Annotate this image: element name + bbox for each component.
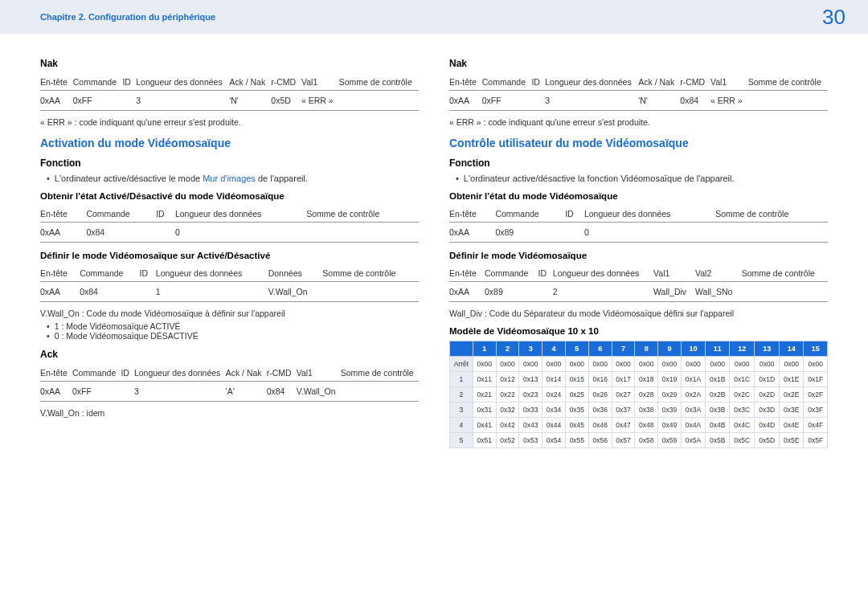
right-column: Nak En-tête Commande ID Longueur des don… bbox=[449, 50, 828, 448]
vwall-note-left: V.Wall_On : Code du mode Vidéomosaïque à… bbox=[40, 309, 419, 318]
left-column: Nak En-tête Commande ID Longueur des don… bbox=[40, 50, 419, 448]
section-activation: Activation du mode Vidéomosaïque bbox=[40, 137, 419, 149]
ack-table-left: En-tête Commande ID Longueur des données… bbox=[40, 365, 419, 402]
section-controle: Contrôle utilisateur du mode Vidéomosaïq… bbox=[449, 137, 828, 149]
mode-0: 0 : Mode Vidéomosaïque DÉSACTIVÉ bbox=[47, 331, 419, 341]
nak-table-right: En-tête Commande ID Longueur des données… bbox=[449, 74, 828, 111]
err-note-left: « ERR » : code indiquant qu'une erreur s… bbox=[40, 117, 419, 127]
obtenir-table-left: En-tête Commande ID Longueur des données… bbox=[40, 206, 419, 243]
page-header: Chapitre 2. Configuration du périphériqu… bbox=[0, 0, 868, 34]
obtenir-title-right: Obtenir l'état du mode Vidéomosaïque bbox=[449, 191, 828, 201]
definir-title-right: Définir le mode Vidéomosaïque bbox=[449, 251, 828, 260]
nak-title-left: Nak bbox=[40, 58, 419, 69]
obtenir-title-left: Obtenir l'état Activé/Désactivé du mode … bbox=[40, 191, 419, 201]
fonction-text-left: L'ordinateur active/désactive le mode Mu… bbox=[47, 174, 419, 183]
fonction-label-right: Fonction bbox=[449, 157, 828, 169]
model-title: Modèle de Vidéomosaïque 10 x 10 bbox=[449, 326, 828, 336]
definir-table-left: En-tête Commande ID Longueur des données… bbox=[40, 265, 419, 302]
mur-dimages-link[interactable]: Mur d'images bbox=[203, 174, 256, 183]
definir-table-right: En-tête Commande ID Longueur des données… bbox=[449, 265, 828, 302]
breadcrumb[interactable]: Chapitre 2. Configuration du périphériqu… bbox=[40, 12, 215, 22]
fonction-label-left: Fonction bbox=[40, 157, 419, 169]
matrix-table: 123456789101112131415 Arrêt0x000x000x000… bbox=[449, 341, 828, 448]
nak-title-right: Nak bbox=[449, 58, 828, 69]
walldiv-note: Wall_Div : Code du Séparateur du mode Vi… bbox=[449, 309, 828, 318]
vwall-idem: V.Wall_On : idem bbox=[40, 408, 419, 418]
obtenir-table-right: En-tête Commande ID Longueur des données… bbox=[449, 206, 828, 243]
mode-1: 1 : Mode Vidéomosaïque ACTIVÉ bbox=[47, 321, 419, 331]
fonction-text-right: L'ordinateur active/désactive la fonctio… bbox=[456, 174, 828, 183]
definir-title-left: Définir le mode Vidéomosaïque sur Activé… bbox=[40, 251, 419, 260]
err-note-right: « ERR » : code indiquant qu'une erreur s… bbox=[449, 117, 828, 127]
nak-table-left: En-tête Commande ID Longueur des données… bbox=[40, 74, 419, 111]
ack-title-left: Ack bbox=[40, 349, 419, 360]
page-number: 30 bbox=[822, 5, 845, 30]
